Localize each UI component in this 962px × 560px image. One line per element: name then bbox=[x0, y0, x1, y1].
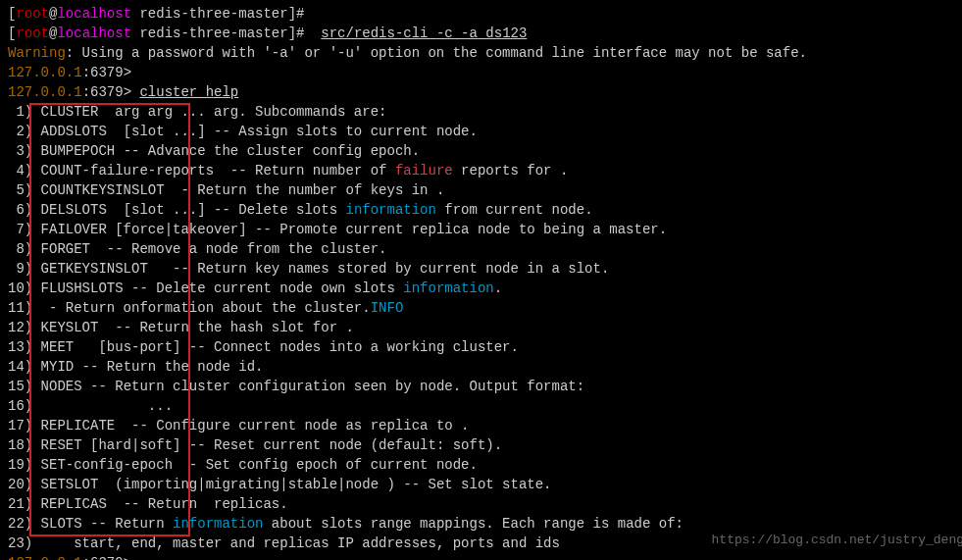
help-line: 13) MEET [bus-port] -- Connect nodes int… bbox=[8, 337, 962, 357]
help-line: 16) ... bbox=[8, 396, 962, 416]
prompt-line-2[interactable]: [root@localhost redis-three-master]# src… bbox=[8, 24, 962, 43]
cli-prompt-1[interactable]: 127.0.0.1:6379> bbox=[8, 63, 962, 82]
help-line: 21) REPLICAS -- Return replicas. bbox=[8, 494, 962, 514]
cli-prompt-last[interactable]: 127.0.0.1:6379> bbox=[8, 553, 962, 560]
help-line: 1) CLUSTER arg arg ... arg. Subcommands … bbox=[8, 102, 962, 122]
help-line: 5) COUNTKEYSINSLOT - Return the number o… bbox=[8, 180, 962, 200]
help-line: 10) FLUSHSLOTS -- Delete current node ow… bbox=[8, 279, 962, 298]
warning-line: Warning: Using a password with '-a' or '… bbox=[8, 43, 962, 63]
help-line: 14) MYID -- Return the node id. bbox=[8, 357, 962, 377]
prompt-line-1: [root@localhost redis-three-master]# bbox=[8, 4, 962, 24]
help-line: 6) DELSLOTS [slot ...] -- Delete slots i… bbox=[8, 200, 962, 220]
help-line: 3) BUMPEPOCH -- Advance the cluster conf… bbox=[8, 141, 962, 161]
help-line: 11) - Return onformation about the clust… bbox=[8, 298, 962, 318]
help-line: 8) FORGET -- Remove a node from the clus… bbox=[8, 239, 962, 259]
cli-prompt-2[interactable]: 127.0.0.1:6379> cluster help bbox=[8, 82, 962, 102]
help-line: 2) ADDSLOTS [slot ...] -- Assign slots t… bbox=[8, 122, 962, 141]
help-line: 18) RESET [hard|soft] -- Reset current n… bbox=[8, 435, 962, 455]
command-text: src/redis-cli -c -a ds123 bbox=[321, 25, 527, 41]
help-line: 12) KEYSLOT -- Return the hash slot for … bbox=[8, 318, 962, 337]
help-line: 15) NODES -- Return cluster configuratio… bbox=[8, 377, 962, 396]
help-line: 20) SETSLOT (importing|migrating|stable|… bbox=[8, 475, 962, 494]
watermark: https://blog.csdn.net/justry_deng bbox=[712, 531, 962, 550]
help-line: 9) GETKEYSINSLOT -- Return key names sto… bbox=[8, 259, 962, 279]
help-line: 7) FAILOVER [force|takeover] -- Promote … bbox=[8, 220, 962, 239]
help-output: 1) CLUSTER arg arg ... arg. Subcommands … bbox=[8, 102, 962, 553]
help-line: 19) SET-config-epoch - Set config epoch … bbox=[8, 455, 962, 475]
help-line: 4) COUNT-failure-reports -- Return numbe… bbox=[8, 161, 962, 180]
help-line: 17) REPLICATE -- Configure current node … bbox=[8, 416, 962, 435]
cluster-help-cmd: cluster help bbox=[139, 84, 238, 100]
